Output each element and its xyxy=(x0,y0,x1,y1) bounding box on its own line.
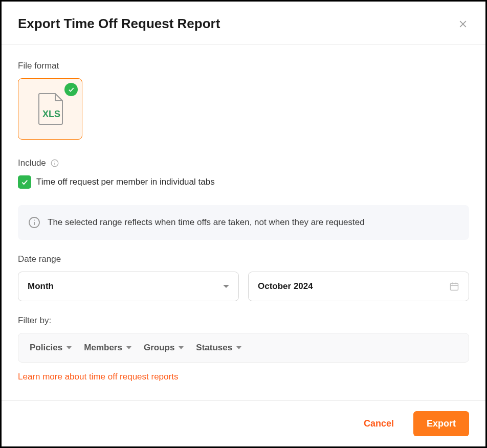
svg-point-5 xyxy=(54,161,55,162)
date-granularity-value: Month xyxy=(28,281,54,292)
filter-groups-label: Groups xyxy=(144,343,174,353)
modal-title: Export Time Off Request Report xyxy=(18,16,220,32)
cancel-button[interactable]: Cancel xyxy=(355,411,403,436)
filter-bar: Policies Members Groups Statuses xyxy=(18,333,469,363)
learn-more-link[interactable]: Learn more about time off request report… xyxy=(18,372,178,382)
filter-statuses-label: Statuses xyxy=(196,343,232,353)
filter-members-label: Members xyxy=(84,343,122,353)
svg-text:XLS: XLS xyxy=(42,109,60,119)
modal-header: Export Time Off Request Report xyxy=(2,2,485,44)
selected-check-icon xyxy=(64,83,78,96)
caret-down-icon xyxy=(236,346,241,349)
caret-down-icon xyxy=(67,346,72,349)
calendar-icon xyxy=(449,281,459,292)
svg-point-8 xyxy=(34,220,35,221)
caret-down-icon xyxy=(179,346,184,349)
xls-file-icon: XLS xyxy=(37,93,63,125)
svg-rect-9 xyxy=(451,283,458,290)
info-banner-text: The selected range reflects when time of… xyxy=(48,217,365,228)
check-icon xyxy=(20,178,29,186)
include-label: Include xyxy=(18,158,469,168)
date-value-text: October 2024 xyxy=(258,281,313,292)
file-format-option-xls[interactable]: XLS xyxy=(18,78,82,140)
info-banner: The selected range reflects when time of… xyxy=(18,205,469,240)
filter-by-label: Filter by: xyxy=(18,316,469,326)
include-option-label: Time off request per member in individua… xyxy=(36,177,215,187)
modal-body: File format XLS Include Time off request… xyxy=(2,44,485,400)
info-icon[interactable] xyxy=(50,159,59,168)
date-range-label: Date range xyxy=(18,254,469,264)
include-checkbox[interactable] xyxy=(18,175,31,189)
export-button[interactable]: Export xyxy=(413,411,469,436)
date-granularity-select[interactable]: Month xyxy=(18,272,239,301)
date-range-row: Month October 2024 xyxy=(18,272,469,301)
close-icon xyxy=(458,19,468,29)
close-button[interactable] xyxy=(457,18,469,30)
filter-groups[interactable]: Groups xyxy=(144,343,184,353)
date-value-picker[interactable]: October 2024 xyxy=(248,272,469,301)
filter-policies-label: Policies xyxy=(30,343,62,353)
filter-members[interactable]: Members xyxy=(84,343,131,353)
caret-down-icon xyxy=(126,346,131,349)
filter-statuses[interactable]: Statuses xyxy=(196,343,241,353)
include-label-text: Include xyxy=(18,158,46,168)
file-format-label: File format xyxy=(18,61,469,71)
include-option-row: Time off request per member in individua… xyxy=(18,175,469,189)
caret-down-icon xyxy=(223,285,229,288)
filter-policies[interactable]: Policies xyxy=(30,343,72,353)
modal-footer: Cancel Export xyxy=(2,400,485,446)
info-icon xyxy=(28,216,40,229)
